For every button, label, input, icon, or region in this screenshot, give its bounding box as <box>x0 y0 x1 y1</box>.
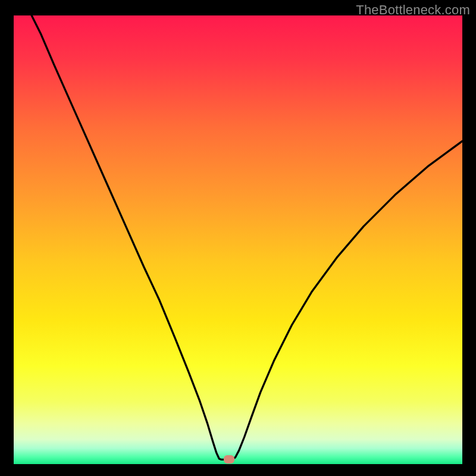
chart-svg <box>14 15 462 464</box>
chart-frame: TheBottleneck.com <box>0 0 476 476</box>
plot-area <box>14 15 462 464</box>
watermark-text: TheBottleneck.com <box>356 2 470 18</box>
optimum-marker <box>224 455 234 464</box>
gradient-background <box>14 15 462 464</box>
